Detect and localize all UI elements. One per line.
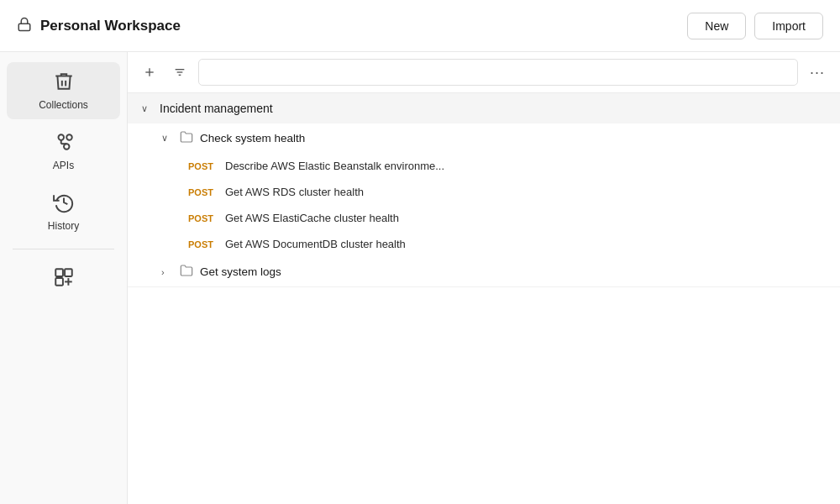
apis-icon [53,131,75,156]
request-rds-health[interactable]: POST Get AWS RDS cluster health [128,179,840,205]
chevron-down-icon: ∨ [141,103,153,114]
import-button[interactable]: Import [754,13,823,39]
request-elasticache-health[interactable]: POST Get AWS ElastiCache cluster health [128,205,840,231]
svg-point-1 [58,134,64,140]
svg-rect-7 [65,269,72,276]
filter-button[interactable] [168,62,192,82]
request-name-documentdb-health: Get AWS DocumentDB cluster health [225,238,406,250]
workspace-title: Personal Workspace [40,18,181,34]
request-name-elasticache-health: Get AWS ElastiCache cluster health [225,212,399,224]
collections-list: ∨ Incident management ∨ Check system hea… [128,93,840,287]
collection-name-incident: Incident management [160,102,273,115]
header-left: Personal Workspace [17,17,181,35]
header: Personal Workspace New Import [0,0,840,52]
svg-point-2 [64,144,70,150]
request-name-rds-health: Get AWS RDS cluster health [225,186,364,198]
content-area: ··· ∨ Incident management ∨ [128,52,840,504]
collections-icon [53,71,75,96]
collection-header-incident[interactable]: ∨ Incident management [128,93,840,123]
method-badge-post-1: POST [188,161,217,171]
folder-icon-check [180,130,193,146]
history-label: History [48,220,79,232]
toolbar: ··· [128,52,840,93]
folder-icon-logs [180,264,193,280]
new-button[interactable]: New [687,13,746,39]
method-badge-post-3: POST [188,213,217,223]
lock-icon [17,17,32,35]
collections-label: Collections [39,99,88,111]
folder-check-system-health: ∨ Check system health POST Describe AWS … [128,123,840,257]
new-collection-icon [53,266,75,291]
main-layout: Collections APIs [0,52,840,504]
sidebar: Collections APIs [0,52,128,504]
chevron-right-icon: › [161,267,173,277]
search-input[interactable] [198,59,798,86]
header-buttons: New Import [687,13,823,39]
sidebar-item-new-collection[interactable] [7,258,120,300]
request-describe-beanstalk[interactable]: POST Describe AWS Elastic Beanstalk envi… [128,153,840,179]
sidebar-item-history[interactable]: History [7,183,120,240]
apis-label: APIs [53,160,74,171]
folder-header-system-logs[interactable]: › Get system logs [128,257,840,286]
svg-rect-0 [18,24,30,30]
svg-rect-8 [55,278,63,286]
chevron-down-icon-2: ∨ [161,133,173,144]
request-name-describe-beanstalk: Describe AWS Elastic Beanstalk environme… [225,160,444,172]
request-documentdb-health[interactable]: POST Get AWS DocumentDB cluster health [128,231,840,257]
svg-rect-6 [55,269,63,276]
method-badge-post-4: POST [188,239,217,249]
more-options-button[interactable]: ··· [805,60,830,85]
sidebar-item-collections[interactable]: Collections [7,62,120,119]
folder-header-check-system[interactable]: ∨ Check system health [128,123,840,153]
folder-get-system-logs: › Get system logs [128,257,840,286]
folder-name-logs: Get system logs [200,265,281,278]
folder-name-check: Check system health [200,132,305,144]
add-button[interactable] [138,62,161,82]
history-icon [53,192,75,217]
sidebar-item-apis[interactable]: APIs [7,123,120,180]
method-badge-post-2: POST [188,187,217,197]
svg-point-3 [66,134,72,140]
collection-incident-management: ∨ Incident management ∨ Check system hea… [128,93,840,287]
sidebar-divider [13,249,114,249]
